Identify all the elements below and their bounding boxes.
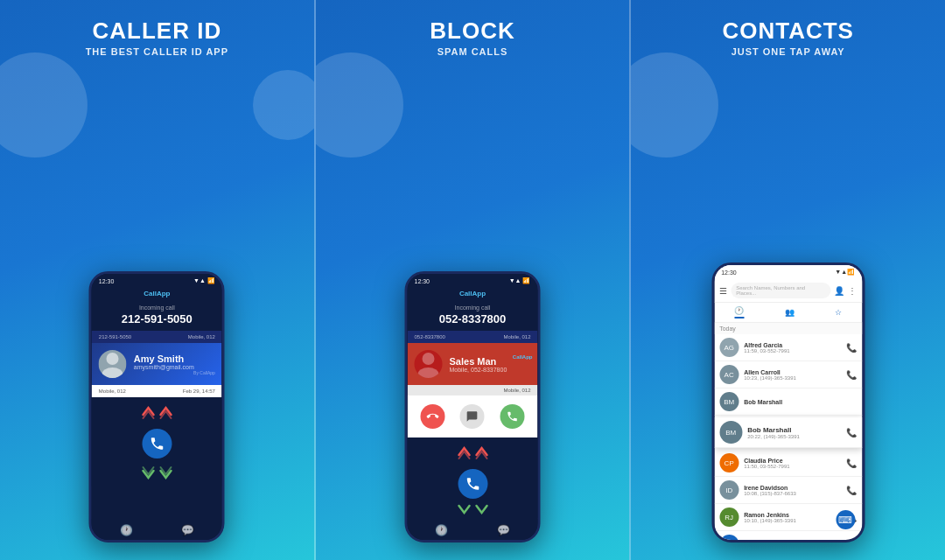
call-icon-1[interactable]: 📞: [846, 370, 857, 380]
contact-detail-6: 10:10, (149)-365-3391: [744, 518, 841, 523]
contact-row-1: AC Allen Carroll 10:23, (149)-365-3391 📞: [714, 361, 862, 388]
accept-icon: [507, 410, 519, 423]
call-icon-0[interactable]: 📞: [846, 343, 857, 353]
call-icon-highlighted[interactable]: 📞: [846, 428, 857, 438]
contact-detail-4: 11:50, 03-552-7991: [744, 464, 841, 469]
mobile-label-bar: Mobile, 012: [408, 385, 538, 396]
phone-accept-icon-1: [149, 436, 164, 452]
contacts-search[interactable]: Search Names, Numbers and Places...: [731, 283, 830, 298]
call-footer-1: Mobile, 012 Feb 29, 14:57: [92, 385, 222, 397]
status-bar-1: 12:30 ▼▲ 📶: [92, 274, 222, 288]
spam-avatar-svg: [415, 350, 443, 378]
message-button[interactable]: [460, 404, 485, 429]
contact-avatar-7: JA: [719, 535, 738, 540]
decorative-blob-5: [631, 52, 718, 158]
call-icon-7[interactable]: 📞: [846, 540, 857, 541]
panel-1-title: CALLER ID: [86, 18, 228, 45]
contact-name-1: Allen Carroll: [744, 369, 841, 375]
accept-area-2[interactable]: [408, 466, 538, 502]
tab-favorites[interactable]: ☆: [835, 306, 842, 318]
contact-avatar-6: RJ: [719, 508, 738, 527]
info-right-1: Mobile, 012: [188, 334, 215, 340]
call-number-2: 052-8337800: [415, 312, 531, 326]
hamburger-icon[interactable]: ☰: [719, 286, 727, 296]
caller-info-bar-1: 212-591-5050 Mobile, 012: [92, 331, 222, 343]
spam-caller-detail: Mobile, 052-8337800: [450, 367, 531, 373]
chevrons-down-area-1: [92, 462, 222, 486]
call-icon-4[interactable]: 📞: [846, 458, 857, 468]
profile-icon[interactable]: 👤: [834, 286, 844, 296]
contact-info-5: Irene Davidson 10:08, (315)-837-6633: [744, 485, 841, 496]
contact-name-6: Ramon Jenkins: [744, 512, 841, 518]
accept-area-1[interactable]: [92, 425, 222, 462]
status-time-3: 12:30: [721, 270, 737, 276]
caller-info-bar-2: 052-8337800 Mobile, 012: [408, 331, 538, 343]
tab-recents[interactable]: 🕐: [734, 306, 744, 318]
avatar-image-1: [99, 350, 127, 378]
decline-button[interactable]: [420, 404, 444, 429]
phone-mockup-2: 12:30 ▼▲ 📶 CallApp Incoming call 052-833…: [405, 271, 541, 542]
info-left-1: 212-591-5050: [99, 334, 131, 340]
call-icon-5[interactable]: 📞: [846, 486, 857, 495]
spam-caller-card: Sales Man Mobile, 052-8337800 CallApp: [408, 343, 538, 385]
accept-button-3[interactable]: [458, 469, 487, 499]
accept-button-2[interactable]: [500, 404, 525, 429]
app-logo-1: CallApp: [144, 290, 170, 298]
by-callapp-1: By CallApp: [134, 370, 215, 375]
panel-2-subtitle: SPAM CALLS: [430, 46, 514, 57]
chevron-up-icon-2: [158, 402, 172, 420]
contact-name-0: Alfred Garcia: [744, 342, 841, 348]
contact-name-4: Claudia Price: [744, 458, 841, 464]
decorative-blob-1: [0, 52, 88, 158]
bottom-chat-icon-2: 💬: [497, 524, 510, 536]
decline-icon: [426, 410, 438, 423]
contact-avatar-0: AG: [719, 338, 738, 357]
panel-2-title: BLOCK: [430, 18, 514, 45]
phone-mockup-3: 12:30 ▼▲📶 ☰ Search Names, Numbers and Pl…: [711, 262, 864, 542]
fab-button[interactable]: ⌨: [836, 510, 855, 529]
caller-name-1: Amy Smith: [134, 354, 215, 364]
status-time-2: 12:30: [415, 278, 430, 284]
mobile-label: Mobile, 012: [503, 388, 530, 393]
contact-info-1: Allen Carroll 10:23, (149)-365-3391: [744, 369, 841, 381]
bottom-clock-icon: 🕐: [120, 524, 133, 536]
tab-contacts[interactable]: 👥: [785, 306, 794, 318]
contact-name-5: Irene Davidson: [744, 485, 841, 491]
panel-1-subtitle: THE BEST CALLER ID APP: [86, 46, 228, 57]
incoming-label-1: Incoming call: [99, 304, 215, 311]
panel-3-header: CONTACTS JUST ONE TAP AWAY: [713, 0, 863, 66]
phone-bottom-bar-2: 🕐 💬: [408, 519, 538, 540]
contact-info-4: Claudia Price 11:50, 03-552-7991: [744, 458, 841, 469]
footer-left-1: Mobile, 012: [99, 388, 126, 394]
caller-email-1: amysmith@gmail.com: [134, 364, 215, 370]
contact-detail-highlighted: 20:22, (149)-365-3391: [747, 434, 841, 439]
incoming-call-area-1: Incoming call 212-591-5050: [92, 299, 222, 331]
contact-avatar-5: ID: [719, 480, 738, 500]
contact-name-2: Bob Marshall: [744, 399, 857, 405]
accept-button-1[interactable]: [142, 429, 172, 458]
contact-avatar-1: AC: [719, 365, 738, 384]
contact-info-6: Ramon Jenkins 10:10, (149)-365-3391: [744, 512, 841, 523]
contact-info-7: Jim Allen 08:20, (433)-979-3539: [744, 539, 841, 541]
caller-id-panel: CALLER ID THE BEST CALLER ID APP 12:30 ▼…: [0, 0, 314, 560]
caller-card-1: Amy Smith amysmith@gmail.com By CallApp: [92, 343, 222, 385]
more-icon[interactable]: ⋮: [848, 286, 857, 296]
panel-3-title: CONTACTS: [722, 18, 854, 45]
status-icons-3: ▼▲📶: [835, 269, 855, 276]
phone-mockup-1: 12:30 ▼▲ 📶 CallApp Incoming call 212-591…: [89, 271, 225, 542]
status-time-1: 12:30: [99, 278, 115, 284]
status-icons-2: ▼▲ 📶: [509, 277, 531, 284]
chevrons-up-area-2: [408, 438, 538, 466]
contacts-tabs: 🕐 👥 ☆: [714, 303, 862, 323]
caller-avatar-1: [99, 350, 127, 378]
decorative-blob-3: [314, 52, 403, 158]
incoming-label-2: Incoming call: [415, 304, 531, 311]
contact-row-0: AG Alfred Garcia 11:59, 03-552-7991 📞: [714, 334, 862, 361]
spam-card-wrapper: Sales Man Mobile, 052-8337800 CallApp Mo…: [408, 343, 538, 438]
status-icons-1: ▼▲ 📶: [193, 277, 215, 284]
panel-1-header: CALLER ID THE BEST CALLER ID APP: [77, 0, 237, 66]
info-left-2: 052-8337800: [415, 334, 445, 340]
dial-icon: ⌨: [838, 514, 852, 526]
contact-detail-1: 10:23, (149)-365-3391: [744, 375, 841, 381]
decorative-blob-2: [253, 70, 314, 140]
